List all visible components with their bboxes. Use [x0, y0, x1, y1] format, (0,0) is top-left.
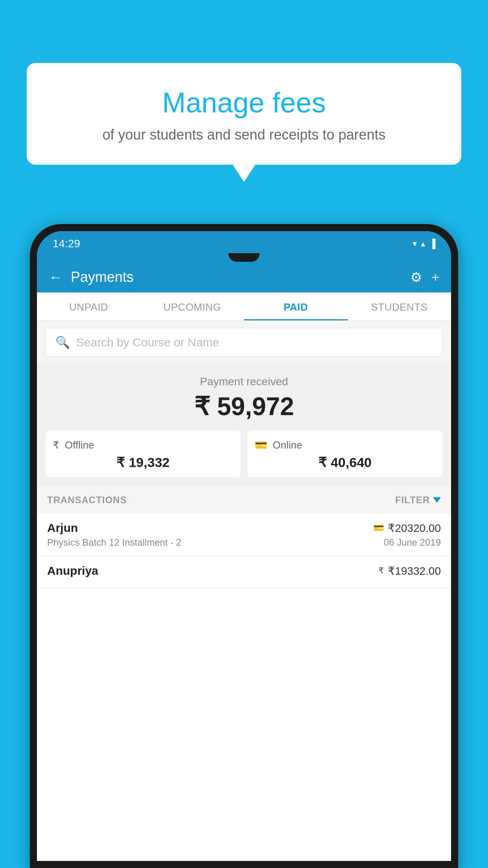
- transactions-label: TRANSACTIONS: [47, 495, 127, 506]
- offline-amount: ₹ 19,332: [53, 454, 233, 470]
- transaction-row-top: Anupriya ₹ ₹19332.00: [47, 564, 441, 577]
- offline-card-header: ₹ Offline: [53, 439, 233, 451]
- payment-cards: ₹ Offline ₹ 19,332 💳 Online ₹ 40,640: [46, 430, 442, 477]
- battery-icon: ▐: [429, 239, 435, 249]
- payment-received-label: Payment received: [46, 375, 442, 388]
- tab-upcoming[interactable]: UPCOMING: [141, 292, 244, 320]
- transaction-date: 06 June 2019: [384, 537, 441, 548]
- transaction-description: Physics Batch 12 Installment - 2: [47, 537, 181, 548]
- transaction-name: Arjun: [47, 521, 78, 535]
- search-placeholder: Search by Course or Name: [76, 336, 219, 349]
- notch-container: [37, 253, 451, 262]
- status-time: 14:29: [53, 237, 80, 250]
- search-container: 🔍 Search by Course or Name: [37, 321, 451, 364]
- notch: [228, 253, 260, 262]
- bubble-subtitle: of your students and send receipts to pa…: [46, 127, 442, 143]
- card-icon: 💳: [255, 439, 267, 451]
- transaction-row-top: Arjun 💳 ₹20320.00: [47, 521, 441, 535]
- transactions-header: TRANSACTIONS FILTER: [37, 487, 451, 513]
- offline-card: ₹ Offline ₹ 19,332: [46, 430, 240, 477]
- payment-summary: Payment received ₹ 59,972 ₹ Offline ₹ 19…: [37, 364, 451, 487]
- bubble-title: Manage fees: [46, 86, 442, 119]
- signal-icon: ▴: [421, 239, 425, 249]
- offline-label: Offline: [65, 439, 94, 451]
- status-icons: ▾ ▴ ▐: [413, 239, 435, 249]
- online-amount: ₹ 40,640: [255, 454, 435, 470]
- transaction-amount-wrap: 💳 ₹20320.00: [373, 522, 441, 535]
- payment-total-amount: ₹ 59,972: [46, 392, 442, 421]
- phone-screen: 14:29 ▾ ▴ ▐ ← Payments ⚙ + UNPAID UPCOMI…: [37, 231, 451, 861]
- transaction-row-bottom: Physics Batch 12 Installment - 2 06 June…: [47, 537, 441, 548]
- phone-frame: 14:29 ▾ ▴ ▐ ← Payments ⚙ + UNPAID UPCOMI…: [30, 224, 458, 868]
- search-icon: 🔍: [55, 335, 70, 349]
- payment-cash-icon: ₹: [378, 566, 384, 576]
- tabs-bar: UNPAID UPCOMING PAID STUDENTS: [37, 292, 451, 321]
- settings-icon[interactable]: ⚙: [410, 269, 422, 285]
- status-bar: 14:29 ▾ ▴ ▐: [37, 231, 451, 254]
- tab-unpaid[interactable]: UNPAID: [37, 292, 141, 320]
- filter-button[interactable]: FILTER: [395, 495, 441, 506]
- app-bar-title: Payments: [71, 269, 410, 285]
- back-button[interactable]: ←: [49, 269, 63, 285]
- add-icon[interactable]: +: [431, 270, 439, 285]
- transaction-amount-wrap: ₹ ₹19332.00: [378, 565, 441, 577]
- app-bar: ← Payments ⚙ +: [37, 262, 451, 292]
- search-bar[interactable]: 🔍 Search by Course or Name: [46, 328, 442, 357]
- transactions-list: Arjun 💳 ₹20320.00 Physics Batch 12 Insta…: [37, 513, 451, 861]
- transaction-amount: ₹20320.00: [388, 522, 441, 535]
- wifi-icon: ▾: [413, 239, 417, 249]
- payment-card-icon: 💳: [373, 523, 384, 533]
- tab-students[interactable]: STUDENTS: [348, 292, 451, 320]
- table-row[interactable]: Arjun 💳 ₹20320.00 Physics Batch 12 Insta…: [37, 513, 451, 556]
- app-bar-actions: ⚙ +: [410, 269, 439, 285]
- transaction-name: Anupriya: [47, 564, 98, 577]
- online-label: Online: [273, 439, 302, 451]
- transaction-amount: ₹19332.00: [388, 565, 441, 577]
- table-row[interactable]: Anupriya ₹ ₹19332.00: [37, 556, 451, 588]
- filter-triangle-icon: [433, 497, 441, 503]
- filter-label: FILTER: [395, 495, 430, 506]
- cash-icon: ₹: [53, 439, 59, 451]
- online-card-header: 💳 Online: [255, 439, 435, 451]
- online-card: 💳 Online ₹ 40,640: [248, 430, 442, 477]
- speech-bubble: Manage fees of your students and send re…: [27, 63, 461, 165]
- tab-paid[interactable]: PAID: [244, 292, 348, 320]
